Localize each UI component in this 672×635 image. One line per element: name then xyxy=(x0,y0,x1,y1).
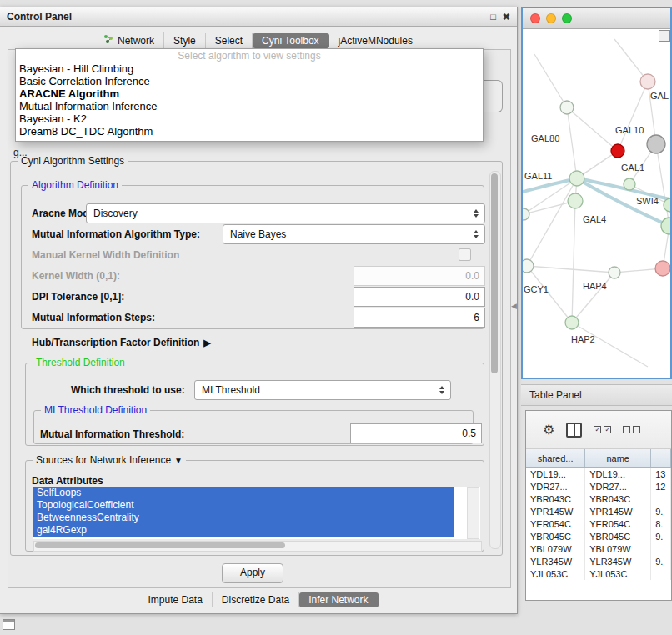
table-row[interactable]: YER054CYER054C8. xyxy=(526,518,671,530)
network-edge[interactable] xyxy=(527,266,614,272)
network-edge[interactable] xyxy=(567,108,618,151)
algorithm-option-dream8-dc-tdc-algorithm[interactable]: Dream8 DC_TDC Algorithm xyxy=(16,125,483,138)
table-row[interactable]: YDL19...YDL19...13 xyxy=(526,468,671,480)
tab-network[interactable]: Network xyxy=(94,32,164,48)
network-node[interactable] xyxy=(647,135,665,153)
network-node[interactable] xyxy=(640,74,655,89)
panel-collapse-handle[interactable]: ◀ xyxy=(511,302,517,310)
table-row[interactable]: YLR345WYLR345W9. xyxy=(526,555,671,568)
close-traffic-light-icon[interactable] xyxy=(530,13,540,23)
which-threshold-select[interactable]: MI Threshold xyxy=(194,380,451,400)
attribute-item-selfloops[interactable]: SelfLoops xyxy=(33,487,454,499)
column-header-name[interactable]: name xyxy=(585,449,651,467)
aracne-mode-select[interactable]: Discovery xyxy=(86,203,485,223)
tab-cyni-toolbox[interactable]: Cyni Toolbox xyxy=(253,33,328,48)
network-node[interactable] xyxy=(664,198,670,212)
hub-definition-toggle[interactable]: Hub/Transcription Factor Definition▶ xyxy=(32,337,211,348)
tab-infer-network[interactable]: Infer Network xyxy=(299,592,378,608)
sources-toggle[interactable]: Sources for Network Inference▼ xyxy=(33,454,186,466)
column-header-2[interactable] xyxy=(651,449,671,467)
table-row[interactable]: YPR145WYPR145W9. xyxy=(526,505,671,518)
dpi-tolerance-field[interactable]: 0.0 xyxy=(354,287,485,307)
table-cell: YLR345W xyxy=(526,555,585,568)
network-node[interactable] xyxy=(523,259,534,272)
network-node[interactable] xyxy=(611,144,624,158)
gear-icon[interactable]: ⚙ xyxy=(543,423,554,437)
network-edge[interactable] xyxy=(572,322,648,367)
zoom-traffic-light-icon[interactable] xyxy=(562,13,572,23)
columns-icon[interactable] xyxy=(566,422,582,438)
apply-button[interactable]: Apply xyxy=(222,563,283,583)
network-node[interactable] xyxy=(523,208,529,220)
algorithm-option-bayesian-k2[interactable]: Bayesian - K2 xyxy=(16,112,483,125)
network-node[interactable] xyxy=(609,267,620,278)
table-cell: YBL079W xyxy=(526,542,585,555)
table-row[interactable]: YBL079WYBL079W xyxy=(526,542,671,555)
network-edge[interactable] xyxy=(572,201,575,322)
table-panel-titlebar[interactable]: Table Panel xyxy=(521,384,672,406)
network-edge[interactable] xyxy=(656,144,669,226)
table-row[interactable]: YDR27...YDR27...12 xyxy=(526,480,671,492)
chevron-right-icon: ▶ xyxy=(203,338,210,348)
table-row[interactable]: YBR045CYBR045C9. xyxy=(526,530,671,542)
network-node[interactable] xyxy=(568,193,583,208)
node-label-gal: GAL xyxy=(650,91,669,101)
table-row[interactable]: YBR043CYBR043C xyxy=(526,492,671,505)
tab-style[interactable]: Style xyxy=(164,33,206,48)
network-node[interactable] xyxy=(661,218,670,234)
network-edge[interactable] xyxy=(614,39,648,82)
dpi-tolerance-label: DPI Tolerance [0,1]: xyxy=(32,291,124,302)
attribute-item-topologicalcoefficient[interactable]: TopologicalCoefficient xyxy=(33,499,454,512)
stepper-icon[interactable] xyxy=(470,228,481,241)
table-row[interactable]: YJL053CYJL053C xyxy=(526,568,671,580)
table-cell: 13 xyxy=(651,468,671,480)
network-overview-checkbox[interactable] xyxy=(659,30,670,42)
network-edge[interactable] xyxy=(572,272,614,322)
network-edge[interactable] xyxy=(527,178,577,266)
deselect-all-checks-icon[interactable] xyxy=(623,426,640,433)
scrollbar-thumb[interactable] xyxy=(35,542,285,548)
network-node[interactable] xyxy=(655,261,670,276)
minimize-traffic-light-icon[interactable] xyxy=(546,13,556,23)
scrollbar-thumb[interactable] xyxy=(491,173,498,373)
network-edge[interactable] xyxy=(567,108,577,178)
control-panel-titlebar[interactable]: Control Panel □ ✖ xyxy=(0,8,517,27)
network-node[interactable] xyxy=(569,171,584,186)
settings-scrollbar[interactable] xyxy=(489,171,501,549)
network-node[interactable] xyxy=(565,316,579,329)
attribute-list-hscrollbar[interactable] xyxy=(33,541,482,552)
stepper-icon[interactable] xyxy=(470,207,481,220)
algorithm-option-mutual-information-inference[interactable]: Mutual Information Inference xyxy=(16,100,483,112)
network-edge[interactable] xyxy=(534,54,567,108)
network-edge[interactable] xyxy=(618,82,648,151)
tab-impute-data[interactable]: Impute Data xyxy=(138,592,212,608)
network-window-titlebar[interactable] xyxy=(523,8,670,29)
network-edge[interactable] xyxy=(527,266,572,322)
select-all-checks-icon[interactable]: ✓ ✓ xyxy=(594,426,611,433)
mi-steps-field[interactable]: 6 xyxy=(354,308,485,328)
network-node[interactable] xyxy=(624,178,635,190)
attribute-item-betweennesscentrality[interactable]: BetweennessCentrality xyxy=(33,512,454,524)
tab-label: Network xyxy=(118,35,154,47)
node-label-gal1: GAL1 xyxy=(621,162,644,172)
mi-steps-label: Mutual Information Steps: xyxy=(32,312,155,323)
attribute-list-vscrollbar[interactable] xyxy=(467,487,479,539)
tab-discretize-data[interactable]: Discretize Data xyxy=(213,592,299,608)
float-window-icon[interactable]: □ xyxy=(490,12,496,22)
stepper-icon[interactable] xyxy=(436,383,447,397)
algorithm-option-bayesian-hill-climbing[interactable]: Bayesian - Hill Climbing xyxy=(16,62,483,75)
tab-select[interactable]: Select xyxy=(206,33,253,48)
algorithm-option-aracne-algorithm[interactable]: ARACNE Algorithm xyxy=(16,88,483,100)
column-header-shared[interactable]: shared... xyxy=(526,449,585,467)
network-node[interactable] xyxy=(560,101,574,114)
attribute-list[interactable]: SelfLoopsTopologicalCoefficientBetweenne… xyxy=(33,487,480,539)
mi-type-select[interactable]: Naive Bayes xyxy=(223,224,485,244)
aracne-mode-value: Discovery xyxy=(93,208,470,219)
tab-jactivemnodules[interactable]: jActiveMNodules xyxy=(329,33,423,48)
mi-threshold-field[interactable]: 0.5 xyxy=(350,423,482,443)
minimized-panel-icon[interactable] xyxy=(3,619,15,630)
close-icon[interactable]: ✖ xyxy=(503,12,510,22)
algorithm-option-basic-correlation-inference[interactable]: Basic Correlation Inference xyxy=(16,75,483,88)
network-canvas[interactable]: GAL80GAL10GAL11GAL1SWI4GAL4GCY1HAP4HAP2G… xyxy=(523,29,670,378)
attribute-item-gal4rgexp[interactable]: gal4RGexp xyxy=(33,524,454,537)
